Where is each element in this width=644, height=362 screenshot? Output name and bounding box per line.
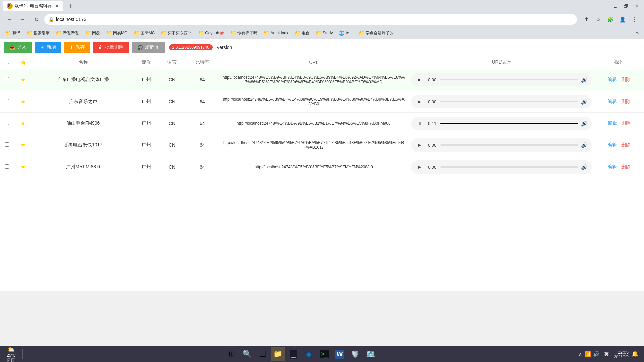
browser-tab[interactable]: 🎙 欧卡2 - 电台编辑器 ✕ [3, 1, 63, 11]
edit-button[interactable]: 编辑 [608, 120, 617, 126]
edit-button[interactable]: 编辑 [608, 164, 617, 169]
play-button[interactable]: ▶ [415, 75, 424, 84]
bookmark-search[interactable]: 📁 搜索引擎 [24, 29, 52, 37]
bookmark-wangyi[interactable]: 📁 网易MC [103, 29, 130, 37]
maps-button[interactable]: 🗺️ [363, 347, 378, 361]
edit-button[interactable]: 编辑 [608, 77, 617, 82]
name-cell: 番禺电台畅快1017 [33, 134, 133, 156]
bookmark-radio[interactable]: 📁 电台 [292, 29, 312, 37]
terminal2-button[interactable]: >_ [317, 347, 332, 361]
bookmark-shopping[interactable]: 📁 买不买东西？ [158, 29, 195, 37]
row-checkbox[interactable] [5, 142, 9, 147]
bookmark-test[interactable]: 🌐 test [336, 29, 355, 37]
tray-up-icon[interactable]: ∧ [578, 351, 582, 357]
add-button[interactable]: ＋ 新增 [35, 42, 61, 53]
share-icon[interactable]: ⬆ [581, 14, 592, 25]
batch-delete-button[interactable]: 🗑 批量删除 [93, 42, 129, 53]
minimize-button[interactable]: 🗕 [610, 1, 620, 11]
word-button[interactable]: W [332, 347, 347, 361]
delete-button[interactable]: 删除 [621, 142, 631, 147]
taskview-button[interactable]: ❑ [255, 347, 270, 361]
star-cell[interactable]: ★ [13, 113, 33, 134]
bookmark-bilibili[interactable]: 📁 哔哩哔哩 [53, 29, 82, 37]
network-icon[interactable]: 📶 [584, 351, 591, 357]
lang-cell: CN [159, 156, 185, 178]
star-icon: ★ [20, 98, 26, 105]
volume-icon[interactable]: 🔊 [581, 120, 588, 127]
folder-icon: 📁 [133, 30, 139, 36]
save-button[interactable]: ⬇ 保存 [64, 42, 90, 53]
bookmark-netdisk[interactable]: 📁 网盘 [82, 29, 103, 37]
extensions-icon[interactable]: 🧩 [605, 14, 616, 25]
import-button[interactable]: 📥 导入 [4, 42, 32, 53]
star-cell[interactable]: ★ [13, 134, 33, 156]
player-cell: ⏸ 0:11 🔊 [408, 113, 595, 134]
row-checkbox-cell [0, 134, 13, 156]
star-cell[interactable]: ★ [13, 91, 33, 113]
bookmark-translate[interactable]: 📁 翻译 [3, 29, 23, 37]
restore-button[interactable]: 🗗 [621, 1, 631, 11]
dragonfly-button[interactable]: 🎧 蜻蜓fm [132, 42, 165, 53]
delete-button[interactable]: 删除 [621, 120, 631, 126]
notification-icon[interactable]: 🔔 [631, 350, 639, 358]
progress-bar[interactable] [440, 79, 579, 80]
edit-button[interactable]: 编辑 [608, 99, 617, 104]
volume-icon[interactable]: 🔊 [581, 77, 588, 83]
delete-button[interactable]: 删除 [621, 99, 631, 104]
menu-icon[interactable]: ⋮ [629, 14, 640, 25]
volume-icon[interactable]: 🔊 [581, 164, 588, 170]
play-button[interactable]: ▶ [415, 140, 424, 150]
forward-button[interactable]: → [17, 14, 28, 25]
edit-button[interactable]: 编辑 [608, 142, 617, 147]
close-button[interactable]: ✕ [632, 1, 641, 11]
volume-icon[interactable]: 🔊 [581, 99, 588, 105]
play-button[interactable]: ▶ [415, 162, 424, 172]
action-cell: 编辑 删除 [594, 113, 644, 134]
new-tab-button[interactable]: + [66, 1, 75, 11]
vscode-button[interactable]: ◆ [302, 347, 316, 361]
delete-icon: 🗑 [98, 45, 103, 50]
progress-bar[interactable] [440, 123, 579, 124]
back-button[interactable]: ← [4, 14, 15, 25]
name-header: 名称 [33, 56, 133, 69]
bookmark-gayhub[interactable]: 📁 Gayhub🐙 [195, 29, 227, 37]
terminal-button[interactable]: _ [286, 347, 301, 361]
progress-bar[interactable] [440, 144, 579, 146]
row-checkbox[interactable] [5, 164, 9, 169]
clock[interactable]: 22:05 2023/9/9 [614, 350, 629, 359]
progress-bar[interactable] [440, 101, 579, 102]
row-checkbox[interactable] [5, 121, 9, 125]
bookmarks-more-button[interactable]: » [633, 29, 641, 37]
delete-button[interactable]: 删除 [621, 77, 631, 82]
bookmark-jail[interactable]: 📁 学点会进局子的 [356, 29, 396, 37]
progress-bar[interactable] [440, 166, 579, 168]
pause-button[interactable]: ⏸ [415, 119, 424, 128]
search-button[interactable]: 🔍 [240, 347, 255, 361]
tab-close-button[interactable]: ✕ [55, 3, 59, 9]
select-all-header[interactable] [0, 56, 13, 69]
delete-button[interactable]: 删除 [621, 164, 631, 169]
bookmark-archlinux[interactable]: 📁 ArchLinux [261, 29, 291, 37]
system-tray: ∧ 📶 🔊 英 [578, 351, 611, 357]
star-cell[interactable]: ★ [13, 69, 33, 91]
bookmark-intl-mc[interactable]: 📁 国际MC [131, 29, 158, 37]
start-button[interactable]: ⊞ [224, 347, 239, 361]
row-checkbox[interactable] [5, 99, 9, 103]
select-all-checkbox[interactable] [5, 60, 9, 64]
star-cell[interactable]: ★ [13, 156, 33, 178]
volume-icon[interactable]: 🔊 [581, 142, 588, 148]
address-input[interactable]: 🔒 localhost:5173 [44, 14, 577, 25]
bookmark-icon[interactable]: ☆ [593, 14, 604, 25]
volume-icon[interactable]: 🔊 [593, 351, 600, 357]
reload-button[interactable]: ↻ [31, 14, 42, 25]
bookmark-ladder[interactable]: 📁 你有梯子吗 [227, 29, 260, 37]
row-checkbox[interactable] [5, 77, 9, 81]
play-button[interactable]: ▶ [415, 97, 424, 106]
weather-widget[interactable]: ⛅ 25°C 阵雨 [3, 346, 20, 362]
profile-icon[interactable]: 👤 [617, 14, 628, 25]
bookmark-label: Study [323, 31, 333, 35]
fileexplorer-button[interactable]: 📁 [271, 347, 285, 361]
browser-taskbar-button[interactable]: 🛡️ [348, 347, 363, 361]
language-indicator[interactable]: 英 [602, 351, 611, 357]
bookmark-study[interactable]: 📁 Study [313, 29, 336, 37]
